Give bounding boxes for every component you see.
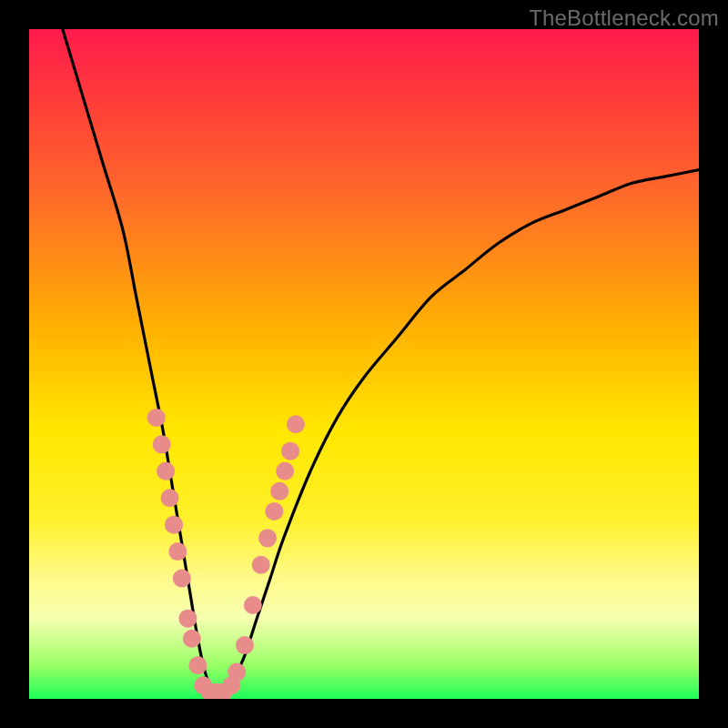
data-marker xyxy=(281,442,299,460)
data-marker xyxy=(153,435,171,453)
data-marker xyxy=(173,570,191,588)
chart-svg xyxy=(29,29,699,699)
data-marker xyxy=(270,482,288,500)
data-marker xyxy=(265,502,283,521)
data-marker xyxy=(244,596,262,614)
data-marker xyxy=(147,409,166,427)
chart-frame: TheBottleneck.com xyxy=(0,0,728,728)
data-marker xyxy=(161,489,179,507)
data-marker xyxy=(183,630,201,648)
bottleneck-curve xyxy=(63,29,699,693)
watermark-text: TheBottleneck.com xyxy=(529,5,719,31)
data-marker xyxy=(252,556,270,574)
data-marker xyxy=(236,636,254,654)
data-marker xyxy=(188,656,207,674)
plot-area xyxy=(29,29,699,699)
marker-group xyxy=(147,409,305,699)
data-marker xyxy=(258,529,277,547)
data-marker xyxy=(276,462,294,480)
data-marker xyxy=(165,516,183,534)
data-marker xyxy=(178,610,197,628)
data-marker xyxy=(157,462,175,480)
data-marker xyxy=(168,542,187,561)
data-marker xyxy=(287,415,305,433)
data-marker xyxy=(228,663,246,682)
